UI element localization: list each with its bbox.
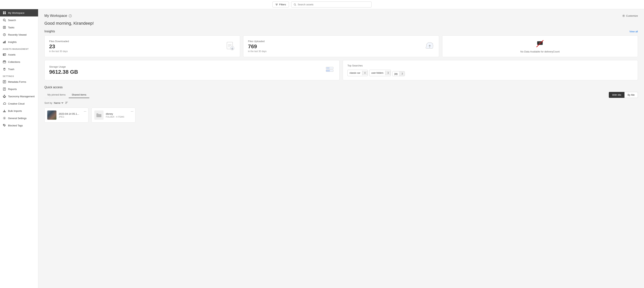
svg-point-48 bbox=[623, 15, 624, 16]
storage-icon bbox=[324, 65, 335, 76]
insight-card-storage: Storage Usage 9612.38 GB bbox=[44, 60, 340, 80]
sidebar-label-creative-cloud: Creative Cloud bbox=[8, 102, 24, 105]
grid-icon bbox=[3, 11, 6, 15]
tabs: My pinned items Shared items bbox=[44, 92, 89, 98]
svg-rect-18 bbox=[5, 41, 6, 43]
gear-icon bbox=[622, 14, 625, 17]
sort-row: Sort by Name bbox=[44, 101, 638, 105]
svg-rect-41 bbox=[3, 111, 6, 112]
tag-count-classic-car: 4 bbox=[362, 71, 368, 75]
sidebar: My Workspace Search Tasks bbox=[0, 9, 38, 288]
svg-rect-16 bbox=[3, 42, 4, 43]
search-icon bbox=[294, 3, 296, 6]
page-header: My Workspace Customize bbox=[44, 14, 638, 18]
sidebar-label-assets: Assets bbox=[8, 53, 16, 56]
by-me-button[interactable]: By Me bbox=[624, 92, 638, 98]
upload-icon bbox=[424, 41, 434, 52]
sidebar-item-taxonomy-management[interactable]: Taxonomy Management bbox=[0, 93, 38, 100]
sidebar-item-blocked-tags[interactable]: Blocked Tags bbox=[0, 122, 38, 129]
tag-name-user-folders: user-folders bbox=[370, 71, 385, 75]
sidebar-item-insights[interactable]: Insights bbox=[0, 38, 38, 46]
file-more-disney[interactable]: ··· bbox=[131, 110, 133, 113]
file-card-disney[interactable]: disney FOLDER · 4 ITEMS ··· bbox=[92, 108, 136, 123]
svg-rect-33 bbox=[4, 95, 5, 96]
sidebar-item-reports[interactable]: Reports bbox=[0, 85, 38, 93]
files-uploaded-value: 769 bbox=[248, 44, 266, 50]
file-more-jpeg[interactable]: ··· bbox=[84, 110, 86, 113]
download-icon bbox=[226, 41, 235, 52]
sidebar-item-general-settings[interactable]: General Settings bbox=[0, 115, 38, 122]
sidebar-item-bulk-imports[interactable]: Bulk Imports bbox=[0, 107, 38, 115]
sidebar-label-taxonomy-management: Taxonomy Management bbox=[8, 95, 35, 98]
sidebar-item-creative-cloud[interactable]: Creative Cloud bbox=[0, 100, 38, 107]
folder-icon bbox=[96, 113, 102, 118]
sidebar-item-search[interactable]: Search bbox=[0, 17, 38, 24]
tag-name-jpg: jpg bbox=[392, 71, 400, 76]
insight-card-delivery-count: No Data Available for deliveryCount bbox=[442, 36, 638, 57]
with-me-button[interactable]: With Me bbox=[609, 92, 624, 98]
customize-label: Customize bbox=[626, 14, 638, 17]
sort-order-icon[interactable] bbox=[65, 101, 68, 105]
sidebar-item-my-workspace[interactable]: My Workspace bbox=[0, 9, 38, 17]
sidebar-item-trash[interactable]: Trash bbox=[0, 66, 38, 73]
sidebar-item-assets[interactable]: Assets bbox=[0, 51, 38, 58]
filters-button[interactable]: Filters bbox=[272, 2, 289, 8]
svg-rect-21 bbox=[4, 55, 4, 55]
top-searches-card: Top Searches classic car 4 user-folders … bbox=[343, 60, 638, 80]
page-title-text: My Workspace bbox=[44, 14, 67, 18]
tag-count-jpg: 3 bbox=[400, 71, 405, 76]
sidebar-item-collections[interactable]: Collections bbox=[0, 58, 38, 66]
svg-rect-7 bbox=[3, 13, 4, 14]
search-tag-user-folders: user-folders 3 bbox=[369, 70, 391, 76]
svg-rect-35 bbox=[5, 96, 6, 97]
main-layout: My Workspace Search Tasks bbox=[0, 9, 644, 288]
files-downloaded-sublabel: in the last 30 days bbox=[49, 50, 69, 53]
greeting: Good morning, Kirandeep! bbox=[44, 21, 638, 26]
svg-rect-61 bbox=[326, 70, 330, 72]
svg-point-3 bbox=[294, 4, 296, 5]
creative-cloud-icon bbox=[3, 102, 6, 105]
insights-section-title: Insights bbox=[44, 30, 55, 33]
info-icon bbox=[69, 14, 72, 18]
sidebar-label-tasks: Tasks bbox=[8, 26, 14, 29]
search-tag-jpg: jpg 3 bbox=[392, 71, 405, 76]
svg-rect-8 bbox=[4, 13, 6, 14]
assets-management-label: Assets Management bbox=[0, 46, 38, 51]
view-all-link[interactable]: View all bbox=[629, 30, 638, 33]
general-settings-icon bbox=[3, 116, 6, 120]
sidebar-item-tasks[interactable]: Tasks bbox=[0, 24, 38, 31]
svg-rect-6 bbox=[4, 12, 6, 13]
sidebar-label-my-workspace: My Workspace bbox=[8, 12, 24, 14]
insights-section-header: Insights View all bbox=[44, 30, 638, 33]
sidebar-label-blocked-tags: Blocked Tags bbox=[8, 124, 23, 127]
file-name-jpeg: 2023-04-14 05.1... bbox=[59, 112, 86, 115]
svg-rect-5 bbox=[3, 12, 4, 13]
customize-button[interactable]: Customize bbox=[622, 14, 638, 17]
tag-name-classic-car: classic car bbox=[348, 71, 362, 75]
sidebar-item-metadata-forms[interactable]: Metadata Forms bbox=[0, 78, 38, 85]
sort-value: Name bbox=[54, 102, 60, 104]
files-uploaded-info: Files Uploaded 769 in the last 30 days bbox=[248, 40, 266, 53]
search-input[interactable] bbox=[298, 3, 369, 6]
filters-label: Filters bbox=[279, 3, 286, 6]
files-uploaded-label: Files Uploaded bbox=[248, 40, 266, 43]
filter-icon bbox=[275, 3, 278, 6]
sort-select[interactable]: Name bbox=[54, 102, 64, 104]
page-title: My Workspace bbox=[44, 14, 72, 18]
search-bar[interactable] bbox=[291, 2, 372, 8]
tag-count-user-folders: 3 bbox=[385, 71, 391, 75]
svg-point-42 bbox=[4, 118, 5, 119]
quick-access-title: Quick access bbox=[44, 86, 638, 89]
sidebar-label-general-settings: General Settings bbox=[8, 117, 26, 120]
sidebar-label-recently-viewed: Recently Viewed bbox=[8, 33, 26, 36]
svg-rect-17 bbox=[4, 41, 4, 43]
sidebar-item-recently-viewed[interactable]: Recently Viewed bbox=[0, 31, 38, 38]
taxonomy-icon bbox=[3, 95, 6, 98]
tab-shared[interactable]: Shared items bbox=[69, 92, 90, 98]
search-tag-classic-car: classic car 4 bbox=[348, 70, 368, 76]
svg-rect-23 bbox=[4, 61, 5, 61]
tab-my-pinned[interactable]: My pinned items bbox=[44, 92, 69, 98]
sidebar-label-collections: Collections bbox=[8, 61, 20, 63]
file-card-jpeg[interactable]: 2023-04-14 05.1... JPEG ··· bbox=[44, 108, 88, 123]
no-data-text: No Data Available for deliveryCount bbox=[520, 50, 560, 53]
